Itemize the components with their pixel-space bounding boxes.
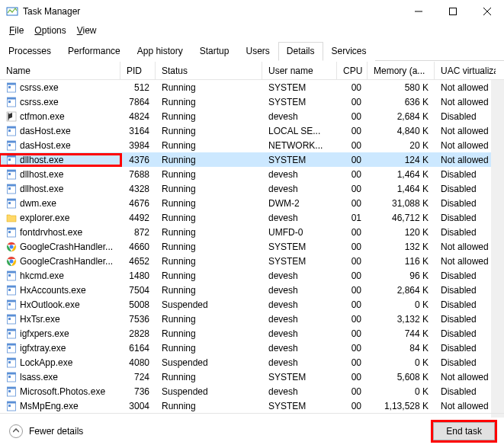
table-row[interactable]: dllhost.exe7688Runningdevesh001,464 KDis… (0, 167, 504, 181)
col-name[interactable]: Name (0, 62, 120, 79)
svg-rect-48 (8, 315, 16, 317)
scrollbar[interactable] (491, 80, 504, 418)
table-row[interactable]: HxAccounts.exe7504Runningdevesh002,864 K… (0, 283, 504, 297)
tab-details[interactable]: Details (278, 42, 323, 61)
table-row[interactable]: dasHost.exe3164RunningLOCAL SE...004,840… (0, 123, 504, 138)
cell-user: devesh (262, 299, 337, 310)
process-icon (6, 328, 17, 339)
cell-user: DWM-2 (262, 198, 337, 209)
menu-file[interactable]: File (5, 24, 28, 37)
cell-user: SYSTEM (262, 82, 337, 93)
task-manager-icon (6, 5, 18, 18)
col-uac[interactable]: UAC virtualizat... (435, 62, 496, 79)
table-row[interactable]: ctfmon.exe4824Runningdevesh002,684 KDisa… (0, 109, 504, 123)
cell-user: devesh (262, 343, 337, 354)
cell-mem: 636 K (368, 97, 435, 107)
cell-status: Running (156, 328, 262, 339)
cell-user: devesh (262, 285, 337, 296)
svg-rect-66 (8, 402, 16, 404)
table-row[interactable]: dwm.exe4676RunningDWM-20031,088 KDisable… (0, 196, 504, 210)
cell-uac: Disabled (435, 314, 496, 325)
process-table: Name PID Status User name CPU Memory (a.… (0, 61, 504, 418)
cell-status: Suspended (156, 299, 262, 310)
cell-uac: Disabled (435, 111, 496, 122)
cell-status: Running (156, 227, 262, 238)
tab-performance[interactable]: Performance (59, 42, 129, 61)
process-name: HxAccounts.exe (20, 285, 86, 296)
table-body[interactable]: csrss.exe512RunningSYSTEM00580 KNot allo… (0, 80, 504, 418)
cell-name: MsMpEng.exe (0, 401, 120, 411)
svg-rect-15 (8, 130, 11, 132)
cell-uac: Disabled (435, 198, 496, 209)
process-icon (6, 155, 17, 165)
tab-startup[interactable]: Startup (191, 42, 238, 61)
menu-options[interactable]: Options (30, 24, 70, 37)
process-icon (6, 82, 17, 93)
table-row[interactable]: LockApp.exe4080Suspendeddevesh000 KDisab… (0, 355, 504, 370)
cell-status: Running (156, 401, 262, 411)
table-row[interactable]: HxTsr.exe7536Runningdevesh003,132 KDisab… (0, 312, 504, 326)
table-row[interactable]: igfxpers.exe2828Runningdevesh00744 KDisa… (0, 326, 504, 341)
maximize-button[interactable] (435, 0, 470, 23)
tab-processes[interactable]: Processes (0, 42, 59, 61)
table-row[interactable]: lsass.exe724RunningSYSTEM005,608 KNot al… (0, 370, 504, 384)
cell-cpu: 00 (337, 184, 368, 194)
tab-services[interactable]: Services (323, 42, 375, 61)
col-status[interactable]: Status (156, 62, 262, 79)
table-row[interactable]: MsMpEng.exe3004RunningSYSTEM001,13,528 K… (0, 398, 504, 413)
svg-rect-51 (8, 329, 16, 331)
cell-uac: Disabled (435, 270, 496, 281)
cell-user: SYSTEM (262, 256, 337, 267)
cell-name: GoogleCrashHandler... (0, 256, 120, 267)
process-name: igfxpers.exe (20, 328, 69, 339)
process-icon (6, 198, 17, 209)
svg-rect-52 (8, 332, 11, 334)
process-name: csrss.exe (20, 82, 59, 93)
cell-pid: 4080 (120, 357, 156, 368)
cell-user: devesh (262, 314, 337, 325)
table-row[interactable]: hkcmd.exe1480Runningdevesh0096 KDisabled (0, 268, 504, 283)
col-user[interactable]: User name (262, 62, 337, 79)
process-icon (6, 386, 17, 397)
table-row[interactable]: dllhost.exe4376RunningSYSTEM00124 KNot a… (0, 152, 504, 167)
cell-mem: 1,464 K (368, 184, 435, 194)
process-name: MsMpEng.exe (20, 401, 79, 411)
chevron-up-icon (9, 424, 23, 438)
table-row[interactable]: dasHost.exe3984RunningNETWORK...0020 KNo… (0, 138, 504, 152)
tab-users[interactable]: Users (237, 42, 278, 61)
table-row[interactable]: fontdrvhost.exe872RunningUMFD-000120 KDi… (0, 225, 504, 239)
cell-status: Running (156, 213, 262, 223)
process-name: HxOutlook.exe (20, 299, 80, 310)
table-row[interactable]: csrss.exe512RunningSYSTEM00580 KNot allo… (0, 80, 504, 94)
table-row[interactable]: dllhost.exe4328Runningdevesh001,464 KDis… (0, 181, 504, 196)
end-task-button[interactable]: End task (433, 422, 495, 440)
table-row[interactable]: Microsoft.Photos.exe736Suspendeddevesh00… (0, 384, 504, 398)
svg-rect-64 (8, 390, 11, 392)
cell-uac: Not allowed (435, 242, 496, 252)
fewer-details-button[interactable]: Fewer details (9, 424, 83, 438)
process-name: dllhost.exe (20, 155, 63, 165)
svg-rect-26 (8, 184, 16, 187)
table-row[interactable]: GoogleCrashHandler...4660RunningSYSTEM00… (0, 239, 504, 254)
col-mem[interactable]: Memory (a... (368, 62, 435, 79)
cell-mem: 0 K (368, 357, 435, 368)
tab-app-history[interactable]: App history (129, 42, 191, 61)
cell-user: UMFD-0 (262, 227, 337, 238)
window-controls (401, 0, 504, 23)
menu-view[interactable]: View (72, 24, 101, 37)
cell-cpu: 00 (337, 299, 368, 310)
table-row[interactable]: igfxtray.exe6164Runningdevesh0084 KDisab… (0, 341, 504, 355)
table-row[interactable]: csrss.exe7864RunningSYSTEM00636 KNot all… (0, 94, 504, 109)
col-cpu[interactable]: CPU (337, 62, 368, 79)
cell-uac: Not allowed (435, 155, 496, 165)
table-row[interactable]: HxOutlook.exe5008Suspendeddevesh000 KDis… (0, 297, 504, 312)
close-button[interactable] (470, 0, 504, 23)
table-row[interactable]: GoogleCrashHandler...4652RunningSYSTEM00… (0, 254, 504, 268)
col-pid[interactable]: PID (120, 62, 156, 79)
cell-mem: 580 K (368, 82, 435, 93)
minimize-button[interactable] (401, 0, 435, 23)
table-row[interactable]: explorer.exe4492Runningdevesh0146,712 KD… (0, 210, 504, 225)
cell-cpu: 00 (337, 285, 368, 296)
process-name: GoogleCrashHandler... (20, 256, 113, 267)
process-icon (6, 372, 17, 382)
